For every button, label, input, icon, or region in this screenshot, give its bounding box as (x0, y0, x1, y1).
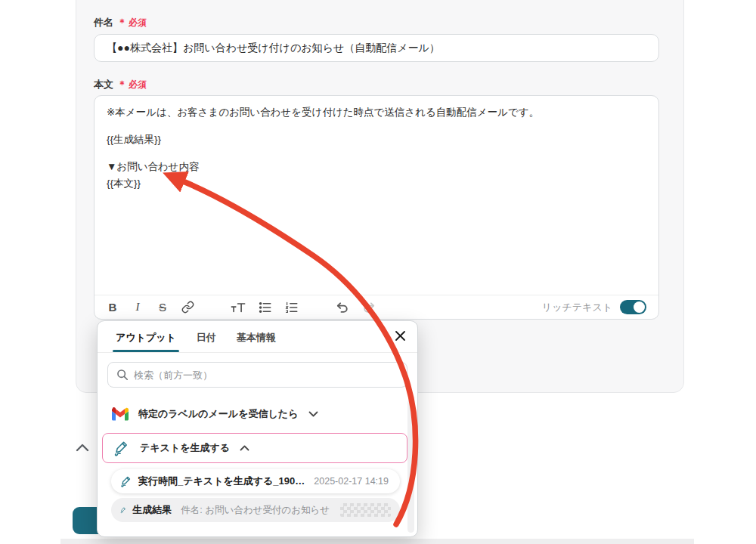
search-input[interactable] (134, 369, 398, 381)
richtext-toggle-group: リッチテキスト (542, 300, 646, 314)
body-editor-content[interactable]: ※本メールは、お客さまのお問い合わせを受け付けた時点で送信される自動配信メールで… (94, 96, 658, 295)
ordered-list-button[interactable] (285, 300, 299, 315)
close-icon (395, 330, 406, 342)
undo-icon (335, 301, 349, 314)
trigger-row-gmail[interactable]: 特定のラベルのメールを受信したら (112, 400, 407, 428)
tab-basic-info[interactable]: 基本情報 (237, 331, 276, 352)
link-icon (181, 301, 194, 314)
redo-button[interactable] (362, 300, 376, 315)
editor-toolbar: B I S (94, 295, 658, 319)
popup-scrollbar[interactable] (407, 400, 414, 533)
output-item-execution-time[interactable]: 実行時間_テキストを生成する_190… 2025-02-17 14:19 (111, 469, 400, 493)
close-button[interactable] (395, 330, 406, 342)
trigger-label: 特定のラベルのメールを受信したら (138, 407, 298, 421)
chevron-up-icon (240, 445, 249, 451)
tab-date[interactable]: 日付 (197, 331, 216, 352)
body-richtext-editor[interactable]: ※本メールは、お客さまのお問い合わせを受け付けた時点で送信される自動配信メールで… (94, 95, 659, 320)
page: 件名＊必須 本文＊必須 ※本メールは、お客さまのお問い合わせを受け付けた時点で送… (0, 0, 756, 544)
gmail-icon (112, 406, 129, 422)
richtext-label: リッチテキスト (542, 301, 612, 314)
trigger-row-generate-text[interactable]: テキストを生成する (102, 433, 407, 463)
body-paragraph: ※本メールは、お客さまのお問い合わせを受け付けた時点で送信される自動配信メールで… (107, 104, 646, 121)
text-size-button[interactable] (231, 300, 246, 315)
generate-text-icon (120, 475, 132, 487)
subject-input[interactable] (94, 34, 659, 62)
bullet-list-icon (259, 301, 272, 314)
strikethrough-button[interactable]: S (156, 300, 169, 315)
required-badge: 必須 (129, 79, 147, 90)
generate-text-icon (113, 440, 130, 456)
undo-button[interactable] (335, 300, 349, 315)
generate-text-icon (120, 504, 126, 516)
subject-label-text: 件名 (94, 17, 113, 28)
required-badge: 必須 (129, 17, 147, 28)
body-paragraph: {{生成結果}} (107, 131, 646, 148)
bold-button[interactable]: B (107, 300, 119, 315)
bullet-list-button[interactable] (259, 300, 272, 315)
output-value: 2025-02-17 14:19 (314, 476, 389, 487)
output-picker-popup: アウトプット 日付 基本情報 特定のラベルのメールを受信したら (97, 320, 418, 537)
output-name: 生成結果 (132, 503, 172, 517)
richtext-toggle[interactable] (620, 300, 646, 314)
tab-output[interactable]: アウトプット (116, 331, 176, 352)
collapse-section-button[interactable] (76, 444, 89, 452)
toggle-knob (634, 301, 645, 313)
body-paragraph: ▼お問い合わせ内容 {{本文}} (107, 159, 646, 192)
output-value: 件名: お問い合わせ受付のお知らせ (181, 504, 330, 517)
redo-icon (362, 301, 376, 314)
trigger-label: テキストを生成する (140, 441, 230, 455)
output-item-generated-result[interactable]: 生成結果 件名: お問い合わせ受付のお知らせ (111, 498, 400, 522)
ordered-list-icon (285, 301, 299, 314)
search-icon (116, 369, 129, 381)
subject-field-label: 件名＊必須 (94, 16, 147, 29)
italic-button[interactable]: I (132, 300, 144, 315)
text-size-icon (231, 301, 246, 314)
required-asterisk: ＊ (117, 79, 127, 90)
link-button[interactable] (181, 300, 194, 315)
body-field-label: 本文＊必須 (94, 78, 147, 91)
redacted-value (340, 503, 391, 517)
body-label-text: 本文 (94, 79, 113, 90)
chevron-down-icon (308, 411, 318, 417)
search-box[interactable] (107, 362, 407, 388)
required-asterisk: ＊ (117, 17, 127, 28)
output-name: 実行時間_テキストを生成する_190… (138, 474, 305, 488)
page-bottom-edge (60, 539, 694, 544)
popup-tabbar: アウトプット 日付 基本情報 (98, 321, 417, 353)
chevron-up-icon (76, 444, 89, 452)
